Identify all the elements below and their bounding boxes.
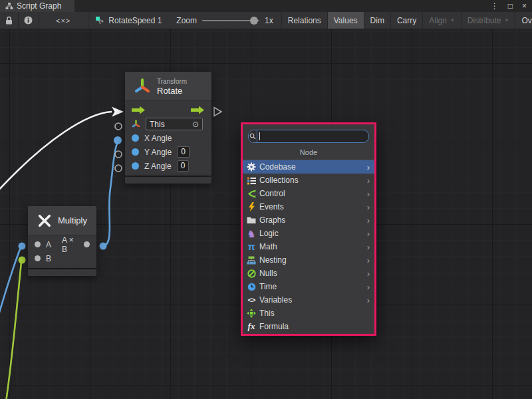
lock-icon [5,16,13,25]
yangle-port-unconnected[interactable] [115,151,122,158]
finder-item-this[interactable]: This [243,307,374,320]
align-dropdown[interactable]: Align ▼ [423,12,462,29]
clock-icon [246,282,257,292]
y-angle-port[interactable] [132,148,139,156]
multiply-output-port-connected[interactable] [100,243,107,250]
rotate-node[interactable]: Transform Rotate [125,72,211,184]
zangle-port-unconnected[interactable] [115,165,122,172]
a-input-port[interactable] [35,241,41,247]
relations-button[interactable]: Relations [281,12,328,29]
finder-item-formula[interactable]: fx Formula [243,320,374,333]
this-port-unconnected[interactable] [115,123,122,130]
relations-label: Relations [288,16,321,25]
control-output-unconnected[interactable] [214,108,221,116]
finder-item-events[interactable]: Events › [243,200,374,213]
control-output-arrow-icon[interactable] [191,106,205,114]
zoom-slider[interactable] [202,20,259,21]
finder-item-label: Nesting [259,255,287,265]
graph-canvas[interactable]: Transform Rotate [0,29,532,399]
finder-category-header: Node [243,143,374,160]
lock-button[interactable] [0,12,19,29]
x-angle-row: X Angle [125,131,211,145]
z-angle-port[interactable] [132,162,139,170]
distribute-dropdown[interactable]: Distribute ▼ [462,12,516,29]
finder-item-nesting[interactable]: Nesting › [243,253,374,267]
chevron-down-icon: ▼ [450,18,455,23]
graph-name: RotateSpeed 1 [108,16,162,25]
distribute-label: Distribute [467,16,501,25]
tab-script-graph[interactable]: Script Graph [0,0,74,12]
rotate-node-footer [125,177,211,184]
result-output-port[interactable] [84,241,90,247]
chevron-right-icon: › [367,176,370,185]
code-preview-button[interactable]: <×> [39,12,88,29]
fuzzy-finder-popup: Node Codebase › [241,122,376,336]
control-wire[interactable] [0,112,112,192]
this-object-field[interactable]: This ⊙ [146,118,203,130]
dim-label: Dim [370,16,384,25]
x-angle-port[interactable] [132,134,139,142]
finder-item-variables[interactable]: <> Variables › [243,293,374,307]
multiply-node[interactable]: Multiply A A × B B [28,206,96,276]
knight-icon: ♞ [246,229,257,239]
chevron-right-icon: › [367,203,370,211]
menu-icon[interactable]: ⋮ [491,0,499,12]
close-icon[interactable]: × [522,0,527,12]
finder-item-label: This [259,309,275,318]
finder-search-box[interactable] [248,130,369,143]
values-button[interactable]: Values [328,12,364,29]
window-controls: ⋮ □ × [491,0,532,12]
multiply-b-port-connected[interactable] [19,257,26,264]
finder-item-logic[interactable]: ♞ Logic › [243,227,374,240]
finder-item-label: Collections [259,176,299,185]
chevron-right-icon: › [367,269,370,278]
control-flow-row [125,103,211,117]
finder-item-label: Time [259,282,277,291]
fx-icon: fx [246,322,257,332]
info-button[interactable] [19,12,39,29]
tab-title: Script Graph [17,1,61,11]
carry-button[interactable]: Carry [391,12,423,29]
z-angle-input[interactable]: 0 [177,160,190,172]
multiply-to-xangle-wire[interactable] [103,142,118,246]
finder-item-control[interactable]: Control › [243,187,374,200]
lightning-icon [246,202,257,212]
finder-item-nulls[interactable]: Nulls › [243,267,374,280]
finder-item-label: Graphs [259,215,285,225]
null-icon [246,269,257,279]
b-input-port[interactable] [35,255,41,261]
multiply-node-header[interactable]: Multiply [28,206,96,235]
chevron-right-icon: › [367,190,370,198]
object-picker-icon[interactable]: ⊙ [192,120,199,128]
multiply-node-footer [28,269,96,276]
zoom-slider-knob[interactable] [250,17,258,25]
zoom-label: Zoom [176,16,197,25]
finder-item-graphs[interactable]: Graphs › [243,213,374,227]
zoom-value: 1x [265,16,273,25]
finder-item-math[interactable]: π Math › [243,240,374,253]
y-angle-row: Y Angle 0 [125,145,211,159]
maximize-icon[interactable]: □ [508,0,513,12]
dim-button[interactable]: Dim [364,12,391,29]
finder-item-collections[interactable]: Collections › [243,174,374,187]
search-icon [249,133,256,140]
y-angle-input[interactable]: 0 [177,146,190,158]
carry-label: Carry [397,16,416,25]
finder-item-codebase[interactable]: Codebase › [243,160,374,174]
breadcrumb[interactable]: RotateSpeed 1 [88,12,168,29]
angle-brackets-icon: <> [246,295,257,305]
z-angle-row: Z Angle 0 [125,159,211,173]
folder-icon [246,215,257,225]
overview-label: Overview [521,16,532,25]
code-brackets-icon: <×> [56,17,70,25]
finder-item-time[interactable]: Time › [243,280,374,293]
zoom-control: Zoom 1x [168,12,281,29]
multiply-a-port-connected[interactable] [19,243,26,250]
toolbar-right-buttons: Relations Values Dim Carry Align ▼ Distr… [281,12,532,29]
xangle-port-connected[interactable] [114,136,122,144]
search-icon-segment [249,130,257,142]
rotate-node-header[interactable]: Transform Rotate [125,72,211,101]
overview-button[interactable]: Overview [515,12,532,29]
finder-search-input[interactable] [260,132,368,141]
control-input-arrow-icon[interactable] [132,106,146,114]
